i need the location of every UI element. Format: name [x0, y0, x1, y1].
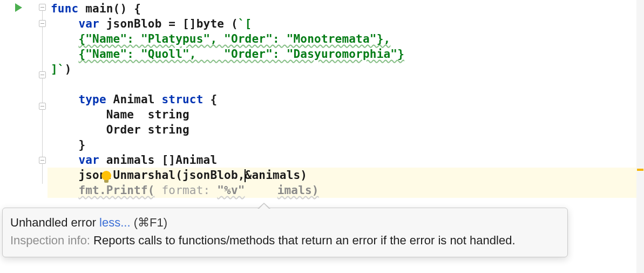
error-stripe[interactable] — [636, 0, 644, 273]
code-line[interactable]: func main() { — [48, 1, 644, 16]
keyword-type: type — [78, 93, 106, 106]
inspection-tooltip: Unhandled error less... (⌘F1) Inspection… — [2, 208, 568, 257]
string-literal: {"Name": "Platypus", "Order": "Monotrema… — [78, 32, 390, 45]
fold-toggle-icon[interactable] — [39, 4, 46, 11]
string-open: `[ — [238, 17, 252, 30]
fold-toggle-icon[interactable] — [39, 103, 46, 110]
run-icon[interactable] — [15, 3, 22, 12]
intention-bulb-icon[interactable] — [101, 171, 111, 181]
code-line[interactable]: Name string — [48, 107, 644, 122]
parameter-hint: format: — [155, 184, 218, 197]
fold-toggle-icon[interactable] — [39, 71, 46, 78]
string-close: ]` — [51, 63, 65, 76]
code-line[interactable]: fmt.Printf( format: "%v"imals) — [48, 183, 638, 198]
brace: { — [134, 2, 141, 15]
code-line-warning[interactable]: json.Unmarshal(jsonBlob,&animals) — [48, 168, 638, 183]
keyword-var: var — [78, 154, 99, 167]
code-line[interactable] — [48, 77, 644, 92]
fold-toggle-icon[interactable] — [39, 157, 46, 164]
tooltip-title: Unhandled error — [10, 216, 96, 229]
tooltip-less-link[interactable]: less... — [99, 216, 130, 229]
code-line[interactable]: ]`) — [48, 62, 644, 77]
struct-field: Order string — [51, 123, 189, 136]
tooltip-pointer-icon — [257, 203, 270, 209]
keyword-struct: struct — [162, 93, 204, 106]
code-line[interactable]: Order string — [48, 122, 644, 137]
warning-marker[interactable] — [637, 169, 643, 171]
keyword-var: var — [78, 17, 99, 30]
code-line[interactable]: {"Name": "Platypus", "Order": "Monotrema… — [48, 31, 644, 46]
code-line[interactable]: {"Name": "Quoll", "Order": "Dasyuromorph… — [48, 46, 644, 62]
code-line[interactable]: var jsonBlob = []byte (`[ — [48, 16, 644, 31]
tooltip-heading: Unhandled error less... (⌘F1) — [10, 214, 560, 231]
tooltip-shortcut: (⌘F1) — [134, 216, 167, 229]
func-name: main() — [78, 2, 134, 15]
code-line[interactable]: type Animal struct { — [48, 92, 644, 107]
inspection-info-label: Inspection info: — [10, 234, 90, 247]
tooltip-body: Inspection info: Reports calls to functi… — [10, 231, 560, 249]
struct-field: Name string — [51, 108, 189, 121]
call-expression: fmt.Printf( — [78, 184, 154, 197]
keyword-func: func — [51, 2, 78, 15]
code-line[interactable]: var animals []Animal — [48, 152, 644, 168]
fold-toggle-icon[interactable] — [39, 20, 46, 27]
inspection-info-text: Reports calls to functions/methods that … — [90, 234, 516, 247]
string-literal: {"Name": "Quoll", "Order": "Dasyuromorph… — [78, 48, 404, 61]
code-line[interactable]: } — [48, 137, 644, 152]
